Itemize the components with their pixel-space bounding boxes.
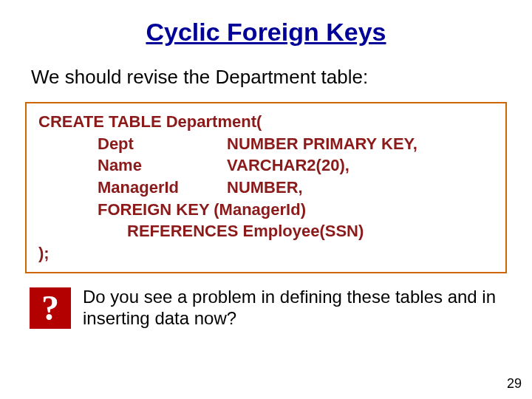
slide: Cyclic Foreign Keys We should revise the… [0, 0, 532, 399]
code-line: ManagerIdNUMBER, [38, 177, 494, 199]
code-line: REFERENCES Employee(SSN) [38, 220, 494, 242]
code-line: ); [38, 242, 494, 265]
question-mark-icon: ? [30, 287, 71, 329]
code-col-type: NUMBER, [227, 178, 303, 197]
question-text: Do you see a problem in defining these t… [83, 287, 507, 330]
code-line: FOREIGN KEY (ManagerId) [38, 199, 494, 221]
code-col-name: Dept [98, 133, 227, 155]
code-col-type: NUMBER PRIMARY KEY, [227, 134, 417, 153]
intro-text: We should revise the Department table: [31, 66, 501, 89]
page-number: 29 [507, 376, 522, 392]
code-col-type: VARCHAR2(20), [227, 156, 349, 174]
code-col-name: ManagerId [98, 177, 227, 199]
code-line: DeptNUMBER PRIMARY KEY, [38, 133, 494, 155]
sql-code-box: CREATE TABLE Department( DeptNUMBER PRIM… [25, 102, 507, 273]
slide-title: Cyclic Foreign Keys [21, 18, 511, 47]
code-col-name: Name [98, 154, 227, 177]
question-row: ? Do you see a problem in defining these… [30, 287, 507, 330]
code-line: NameVARCHAR2(20), [38, 154, 494, 177]
code-line: CREATE TABLE Department( [38, 111, 494, 133]
